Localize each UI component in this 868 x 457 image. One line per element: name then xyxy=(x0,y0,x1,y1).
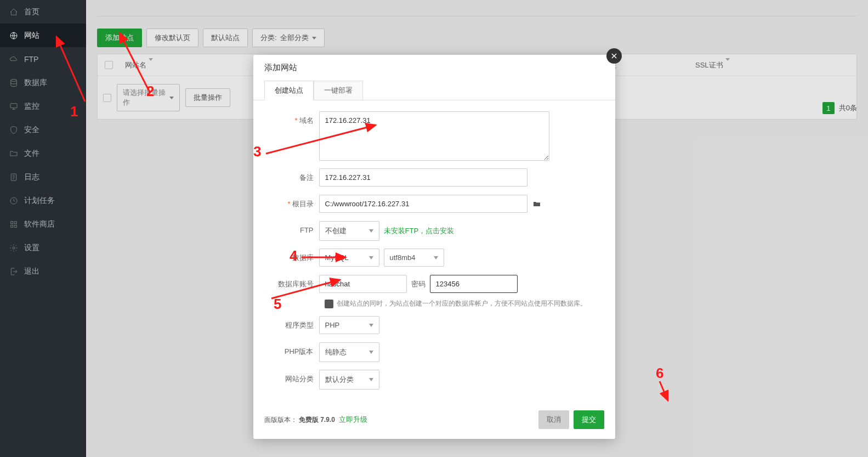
db-type-select[interactable]: MySQL xyxy=(319,249,379,267)
program-type-select[interactable]: PHP xyxy=(319,316,379,334)
dialog-title: 添加网站 xyxy=(253,55,615,81)
db-charset-select[interactable]: utf8mb4 xyxy=(384,249,444,267)
label-program: 程序类型 xyxy=(285,321,314,329)
db-password-input[interactable] xyxy=(430,275,518,293)
db-hint: 创建站点的同时，为站点创建一个对应的数据库帐户，方便不同站点使用不同数据库。 xyxy=(325,299,604,308)
label-domain: 域名 xyxy=(299,116,314,125)
hint-icon xyxy=(325,300,333,308)
site-category-select[interactable]: 默认分类 xyxy=(319,370,379,390)
modal-overlay: 添加网站 创建站点 一键部署 *域名 备注 *根目录 FTP xyxy=(0,0,868,457)
db-user-input[interactable] xyxy=(319,275,407,293)
version-info: 面版版本： 免费版 7.9.0 立即升级 xyxy=(264,415,368,425)
label-db-account: 数据库账号 xyxy=(278,280,314,288)
note-input[interactable] xyxy=(319,168,527,187)
label-db: 数据库 xyxy=(292,253,314,262)
cancel-button[interactable]: 取消 xyxy=(538,410,569,429)
php-version-select[interactable]: 纯静态 xyxy=(319,342,379,362)
dialog-tabs: 创建站点 一键部署 xyxy=(253,81,615,100)
domain-input[interactable] xyxy=(319,111,549,161)
ftp-install-link[interactable]: 未安装FTP，点击安装 xyxy=(384,226,455,236)
tab-create-site[interactable]: 创建站点 xyxy=(264,81,314,100)
label-category: 网站分类 xyxy=(285,375,314,383)
add-website-dialog: 添加网站 创建站点 一键部署 *域名 备注 *根目录 FTP xyxy=(253,55,615,439)
label-password: 密码 xyxy=(411,279,426,289)
upgrade-link[interactable]: 立即升级 xyxy=(339,415,367,424)
ftp-select[interactable]: 不创建 xyxy=(319,221,379,241)
submit-button[interactable]: 提交 xyxy=(574,410,604,429)
root-dir-input[interactable] xyxy=(319,195,527,213)
browse-folder-icon[interactable] xyxy=(532,200,542,208)
label-php-version: PHP版本 xyxy=(285,347,314,356)
label-ftp: FTP xyxy=(300,226,314,234)
label-root: 根目录 xyxy=(292,200,314,208)
dialog-body: *域名 备注 *根目录 FTP 不创建 未安装FTP，点击安装 xyxy=(253,100,615,403)
label-note: 备注 xyxy=(299,173,314,182)
tab-one-click-deploy[interactable]: 一键部署 xyxy=(314,81,363,100)
close-button[interactable] xyxy=(606,48,622,64)
close-icon xyxy=(610,52,618,60)
dialog-footer: 面版版本： 免费版 7.9.0 立即升级 取消 提交 xyxy=(253,403,615,439)
